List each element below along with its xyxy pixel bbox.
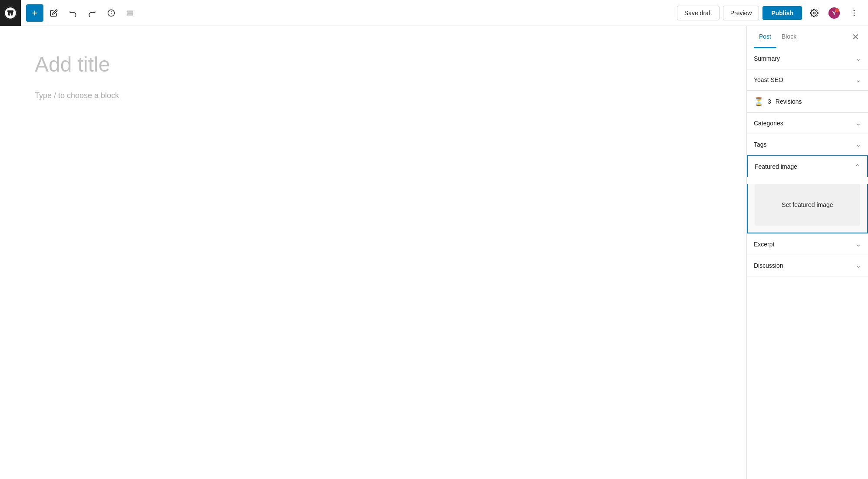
panel-excerpt: Excerpt ⌄: [747, 234, 868, 255]
panel-discussion-header[interactable]: Discussion ⌄: [747, 255, 868, 276]
panel-categories: Categories ⌄: [747, 113, 868, 134]
list-view-button[interactable]: [122, 4, 139, 22]
preview-button[interactable]: Preview: [723, 6, 759, 20]
panel-discussion-label: Discussion: [754, 262, 783, 269]
svg-point-15: [854, 10, 855, 11]
featured-image-content: Set featured image: [747, 184, 868, 233]
set-featured-image-button[interactable]: Set featured image: [755, 184, 860, 226]
undo-button[interactable]: [64, 4, 82, 22]
revisions-count: 3: [768, 98, 771, 105]
chevron-down-icon: ⌄: [856, 76, 861, 83]
svg-point-16: [854, 12, 855, 13]
edit-button[interactable]: [45, 4, 63, 22]
add-block-button[interactable]: [26, 4, 43, 22]
panel-categories-header[interactable]: Categories ⌄: [747, 113, 868, 134]
tab-block[interactable]: Block: [776, 26, 802, 48]
panel-summary: Summary ⌄: [747, 48, 868, 69]
panel-categories-label: Categories: [754, 120, 783, 127]
toolbar: W: [0, 0, 868, 26]
info-button[interactable]: [102, 4, 120, 22]
title-input[interactable]: Add title: [35, 52, 712, 77]
panel-tags-header[interactable]: Tags ⌄: [747, 134, 868, 155]
chevron-down-icon: ⌄: [856, 262, 861, 269]
panel-summary-label: Summary: [754, 55, 780, 62]
yoast-icon[interactable]: Y !: [826, 5, 842, 21]
svg-point-17: [854, 15, 855, 16]
panel-excerpt-header[interactable]: Excerpt ⌄: [747, 234, 868, 255]
chevron-down-icon: ⌄: [856, 120, 861, 127]
chevron-down-icon: ⌄: [856, 141, 861, 148]
body-placeholder[interactable]: Type / to choose a block: [35, 91, 712, 100]
toolbar-right: Save draft Preview Publish Y !: [677, 4, 863, 22]
revisions-label: Revisions: [776, 98, 802, 105]
panel-featured-image: Featured image ⌃ Set featured image: [747, 155, 868, 234]
panel-yoast-seo-label: Yoast SEO: [754, 76, 783, 83]
save-draft-button[interactable]: Save draft: [677, 6, 719, 20]
panel-featured-image-label: Featured image: [755, 163, 797, 170]
panel-featured-image-header[interactable]: Featured image ⌃: [747, 155, 868, 177]
panel-discussion: Discussion ⌄: [747, 255, 868, 276]
tab-post[interactable]: Post: [754, 26, 776, 48]
clock-icon: ⏳: [754, 97, 763, 106]
redo-button[interactable]: [83, 4, 101, 22]
chevron-up-icon: ⌃: [855, 163, 860, 170]
chevron-down-icon: ⌄: [856, 241, 861, 248]
sidebar: Post Block ✕ Summary ⌄ Yoast SEO ⌄ ⏳ 3 R…: [746, 26, 868, 479]
panel-summary-header[interactable]: Summary ⌄: [747, 48, 868, 69]
panel-tags-label: Tags: [754, 141, 767, 148]
panel-excerpt-label: Excerpt: [754, 241, 774, 248]
revisions-row[interactable]: ⏳ 3 Revisions: [747, 91, 868, 113]
publish-button[interactable]: Publish: [762, 6, 802, 20]
sidebar-close-button[interactable]: ✕: [850, 30, 861, 44]
editor-area[interactable]: Add title Type / to choose a block: [0, 26, 746, 479]
wp-logo[interactable]: W: [0, 0, 21, 26]
svg-text:!: !: [836, 9, 837, 12]
svg-text:W: W: [7, 10, 14, 17]
panel-tags: Tags ⌄: [747, 134, 868, 155]
svg-point-10: [813, 12, 815, 14]
main-area: Add title Type / to choose a block Post …: [0, 26, 868, 479]
more-options-button[interactable]: [845, 4, 863, 22]
chevron-down-icon: ⌄: [856, 55, 861, 62]
panel-yoast-seo-header[interactable]: Yoast SEO ⌄: [747, 69, 868, 90]
sidebar-tabs: Post Block ✕: [747, 26, 868, 48]
panel-yoast-seo: Yoast SEO ⌄: [747, 69, 868, 91]
settings-button[interactable]: [805, 4, 823, 22]
